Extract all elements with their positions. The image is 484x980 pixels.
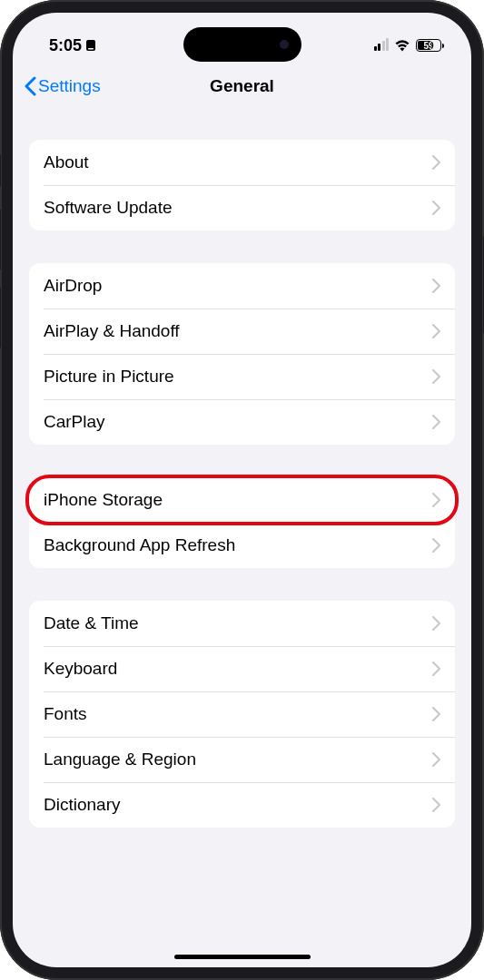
section-device-info: About Software Update — [29, 140, 455, 230]
chevron-right-icon — [432, 752, 440, 767]
row-carplay[interactable]: CarPlay — [29, 399, 455, 445]
row-software-update[interactable]: Software Update — [29, 185, 455, 230]
chevron-right-icon — [432, 201, 440, 215]
phone-frame: 5:05 59 Settings — [0, 0, 484, 980]
row-label: AirDrop — [44, 276, 102, 296]
time-text: 5:05 — [49, 36, 82, 55]
row-keyboard[interactable]: Keyboard — [29, 646, 455, 691]
section-system: Date & Time Keyboard Fonts Language & Re… — [29, 601, 455, 828]
row-date-time[interactable]: Date & Time — [29, 601, 455, 646]
chevron-right-icon — [432, 415, 440, 429]
chevron-right-icon — [432, 616, 440, 631]
screen: 5:05 59 Settings — [13, 13, 471, 967]
back-button[interactable]: Settings — [24, 76, 101, 96]
row-label: Language & Region — [44, 750, 196, 769]
row-label: Background App Refresh — [44, 535, 235, 555]
row-airplay-handoff[interactable]: AirPlay & Handoff — [29, 309, 455, 354]
row-label: Date & Time — [44, 613, 139, 633]
row-background-app-refresh[interactable]: Background App Refresh — [29, 523, 455, 568]
chevron-right-icon — [432, 538, 440, 553]
row-dictionary[interactable]: Dictionary — [29, 782, 455, 828]
silent-switch — [0, 154, 1, 187]
cellular-signal-icon — [374, 40, 390, 51]
row-iphone-storage[interactable]: iPhone Storage — [29, 477, 455, 523]
row-label: Software Update — [44, 198, 173, 218]
chevron-right-icon — [432, 707, 440, 721]
row-label: Dictionary — [44, 795, 120, 815]
home-indicator[interactable] — [174, 955, 311, 959]
chevron-right-icon — [432, 324, 440, 338]
status-time: 5:05 — [49, 36, 96, 55]
chevron-right-icon — [432, 279, 440, 293]
battery-icon: 59 — [416, 39, 444, 52]
row-picture-in-picture[interactable]: Picture in Picture — [29, 354, 455, 399]
chevron-right-icon — [432, 662, 440, 676]
svg-rect-1 — [88, 48, 94, 50]
row-airdrop[interactable]: AirDrop — [29, 263, 455, 309]
dynamic-island — [183, 27, 301, 62]
row-label: Keyboard — [44, 659, 117, 679]
row-about[interactable]: About — [29, 140, 455, 185]
row-label: AirPlay & Handoff — [44, 321, 180, 341]
section-connectivity: AirDrop AirPlay & Handoff Picture in Pic… — [29, 263, 455, 445]
status-icons: 59 — [374, 39, 445, 52]
row-language-region[interactable]: Language & Region — [29, 737, 455, 782]
volume-up-button — [0, 209, 1, 270]
volume-down-button — [0, 287, 1, 348]
portrait-lock-icon — [85, 39, 96, 52]
chevron-left-icon — [24, 76, 36, 96]
row-label: About — [44, 152, 89, 172]
navigation-bar: Settings General — [13, 65, 471, 107]
section-storage: iPhone Storage Background App Refresh — [29, 477, 455, 568]
content-area: About Software Update AirDrop AirPlay & … — [13, 107, 471, 828]
chevron-right-icon — [432, 155, 440, 170]
row-label: Fonts — [44, 704, 87, 724]
battery-percent: 59 — [423, 41, 433, 51]
row-label: Picture in Picture — [44, 367, 174, 387]
chevron-right-icon — [432, 493, 440, 507]
row-label: iPhone Storage — [44, 490, 163, 510]
row-fonts[interactable]: Fonts — [29, 691, 455, 737]
chevron-right-icon — [432, 798, 440, 812]
chevron-right-icon — [432, 369, 440, 384]
row-label: CarPlay — [44, 412, 105, 432]
wifi-icon — [394, 39, 410, 52]
back-label: Settings — [38, 76, 101, 96]
